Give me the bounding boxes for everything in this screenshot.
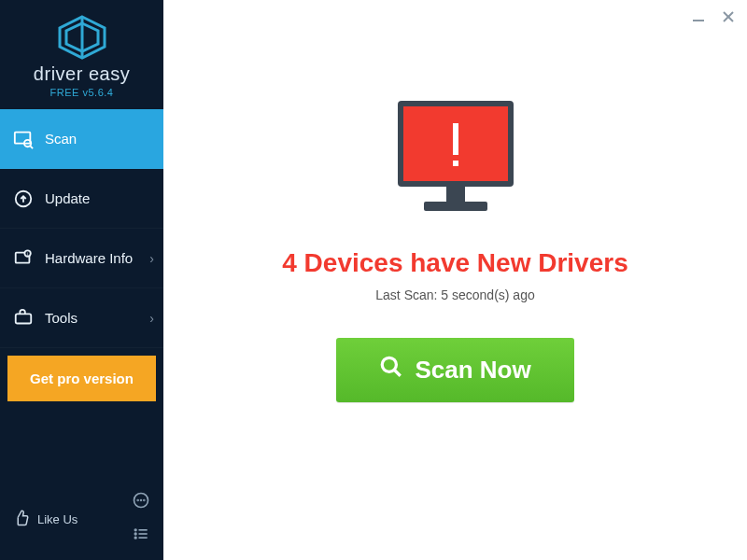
sidebar-item-label: Tools: [45, 310, 78, 326]
like-us-label: Like Us: [37, 512, 78, 526]
svg-point-15: [144, 500, 145, 501]
svg-point-18: [134, 533, 136, 535]
nav: Scan Update i Hardware: [0, 109, 163, 348]
sidebar-item-label: Scan: [45, 131, 77, 147]
alert-monitor-icon: [381, 93, 530, 228]
svg-text:i: i: [27, 251, 28, 256]
menu-icon[interactable]: [132, 525, 150, 547]
close-button[interactable]: [721, 9, 736, 29]
version-label: FREE v5.6.4: [0, 87, 163, 98]
sidebar-item-scan[interactable]: Scan: [0, 109, 163, 169]
get-pro-button[interactable]: Get pro version: [7, 356, 156, 401]
svg-rect-29: [446, 187, 465, 202]
svg-rect-30: [424, 202, 487, 211]
svg-point-20: [134, 537, 136, 539]
hardware-info-icon: i: [13, 248, 34, 269]
svg-line-32: [395, 370, 402, 376]
like-us-button[interactable]: Like Us: [13, 510, 78, 529]
svg-point-14: [141, 500, 142, 501]
svg-rect-28: [453, 161, 458, 166]
headline: 4 Devices have New Drivers: [282, 248, 627, 278]
svg-rect-3: [15, 132, 31, 143]
sidebar-item-label: Update: [45, 190, 90, 206]
brand-name: driver easy: [0, 63, 163, 85]
sidebar-item-update[interactable]: Update: [0, 169, 163, 229]
thumbs-up-icon: [13, 510, 30, 529]
sidebar: driver easy FREE v5.6.4 Scan: [0, 0, 163, 560]
chevron-right-icon: ›: [149, 311, 154, 326]
sidebar-item-tools[interactable]: Tools ›: [0, 288, 163, 348]
scan-now-label: Scan Now: [415, 356, 530, 385]
scan-now-button[interactable]: Scan Now: [336, 338, 573, 402]
chevron-right-icon: ›: [149, 251, 154, 266]
svg-line-5: [30, 146, 33, 148]
main-panel: 4 Devices have New Drivers Last Scan: 5 …: [163, 0, 747, 560]
svg-point-31: [383, 357, 397, 371]
last-scan-label: Last Scan: 5 second(s) ago: [375, 287, 534, 302]
svg-rect-27: [453, 123, 458, 155]
sidebar-item-label: Hardware Info: [45, 250, 133, 266]
logo-icon: [0, 15, 163, 60]
tools-icon: [13, 308, 34, 329]
scan-icon: [13, 129, 34, 149]
logo-area: driver easy FREE v5.6.4: [0, 0, 163, 109]
svg-point-13: [137, 500, 138, 501]
feedback-icon[interactable]: [132, 491, 150, 513]
minimize-button[interactable]: [691, 9, 706, 29]
update-icon: [13, 189, 34, 209]
sidebar-item-hardware-info[interactable]: i Hardware Info ›: [0, 229, 163, 288]
svg-point-16: [134, 529, 136, 531]
window-controls: [691, 9, 736, 29]
sidebar-bottom: Like Us: [0, 482, 163, 560]
search-icon: [379, 355, 403, 385]
svg-rect-11: [16, 314, 32, 323]
